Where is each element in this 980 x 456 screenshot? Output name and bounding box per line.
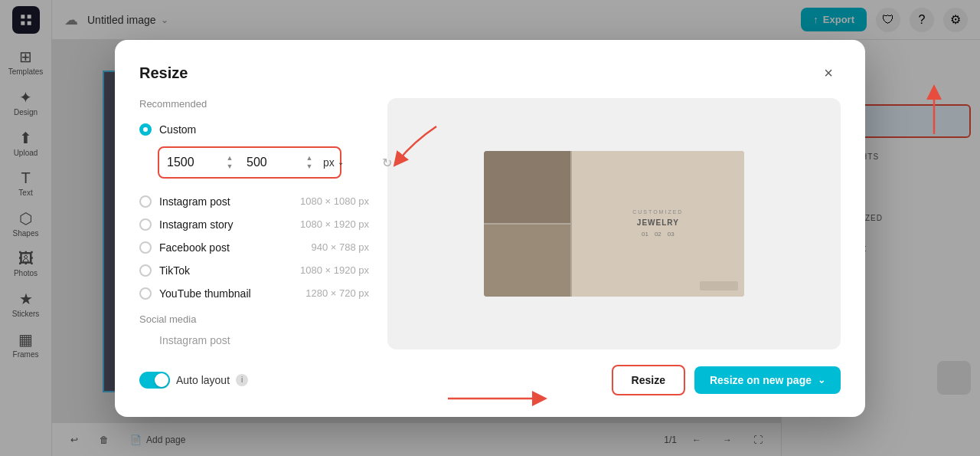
jewelry-preview: CUSTOMIZED JEWELRY 01 02 03 [484,151,744,297]
custom-size-inputs: ▲ ▼ ▲ ▼ px ⌄ [158,146,341,179]
preset-list: Instagram post 1080 × 1080 px Instagram … [139,191,369,304]
instagram-story-label: Instagram story [159,218,233,231]
preview-num-02: 02 [655,231,662,238]
instagram-story-radio[interactable] [139,218,152,231]
instagram-post-size: 1080 × 1080 px [300,195,369,207]
modal-preview-panel: CUSTOMIZED JEWELRY 01 02 03 [387,98,841,349]
resize-new-page-label: Resize on new page [710,374,812,386]
toggle-knob [155,373,168,387]
preview-bar [700,281,738,290]
tiktok-size: 1080 × 1920 px [300,264,369,276]
modal-left-panel: Recommended Custom ▲ ▼ ▲ [139,98,369,349]
toggle-switch[interactable] [139,372,170,389]
tiktok-option[interactable]: TikTok 1080 × 1920 px [139,260,369,281]
width-up-button[interactable]: ▲ [225,154,234,162]
height-down-button[interactable]: ▼ [305,162,314,170]
modal-footer: Auto layout i Resize Resize on new page … [139,365,841,395]
height-input[interactable] [240,149,302,176]
auto-layout-label: Auto layout [176,374,230,386]
instagram-post-option[interactable]: Instagram post 1080 × 1080 px [139,191,369,212]
preview-jewelry-text: JEWELRY [637,218,679,228]
chevron-down-icon: ⌄ [818,375,825,385]
width-input[interactable] [161,149,222,176]
preview-image: CUSTOMIZED JEWELRY 01 02 03 [484,151,744,297]
youtube-thumbnail-label: YouTube thumbnail [159,287,251,300]
custom-label: Custom [159,123,196,136]
modal-close-button[interactable]: × [816,61,841,86]
facebook-post-size: 940 × 788 px [311,241,369,253]
facebook-post-option[interactable]: Facebook post 940 × 788 px [139,237,369,258]
unit-value: px [323,156,335,169]
custom-radio[interactable] [139,123,152,136]
tiktok-radio[interactable] [139,264,152,277]
tiktok-label: TikTok [159,264,190,277]
width-down-button[interactable]: ▼ [225,162,234,170]
resize-button[interactable]: Resize [612,365,685,395]
unit-chevron-icon: ⌄ [338,158,344,166]
modal-header: Resize × [139,61,841,86]
instagram-post-radio[interactable] [139,195,152,208]
preview-num-03: 03 [668,231,675,238]
auto-layout-toggle[interactable]: Auto layout i [139,372,248,389]
preview-right-panel: CUSTOMIZED JEWELRY 01 02 03 [572,151,744,297]
unit-select[interactable]: px ⌄ [320,156,347,169]
instagram-story-size: 1080 × 1920 px [300,218,369,230]
width-stepper: ▲ ▼ [222,153,237,172]
refresh-icon[interactable]: ↻ [382,155,392,169]
youtube-thumbnail-radio[interactable] [139,287,152,300]
social-section-label: Social media [139,313,369,325]
social-instagram-post[interactable]: Instagram post [139,331,369,349]
social-sub-label: Instagram post [159,334,230,346]
facebook-post-label: Facebook post [159,241,230,254]
preview-numbers: 01 02 03 [642,231,675,238]
custom-option[interactable]: Custom [139,119,369,140]
info-icon[interactable]: i [236,374,248,386]
footer-buttons: Resize Resize on new page ⌄ [612,365,841,395]
preview-num-01: 01 [642,231,648,238]
preview-customized-text: CUSTOMIZED [632,209,683,215]
preview-photo-1 [484,151,570,223]
height-up-button[interactable]: ▲ [305,154,314,162]
recommended-section-label: Recommended [139,98,369,110]
facebook-post-radio[interactable] [139,241,152,254]
modal-body: Recommended Custom ▲ ▼ ▲ [139,98,841,349]
resize-new-page-button[interactable]: Resize on new page ⌄ [694,366,841,394]
instagram-post-label: Instagram post [159,195,230,208]
resize-modal: Resize × Recommended Custom ▲ ▼ [115,40,865,417]
youtube-thumbnail-option[interactable]: YouTube thumbnail 1280 × 720 px [139,283,369,304]
preview-left-column [484,151,570,297]
height-stepper: ▲ ▼ [302,153,317,172]
instagram-story-option[interactable]: Instagram story 1080 × 1920 px [139,214,369,235]
modal-title: Resize [139,64,188,82]
preview-photo-2 [484,225,570,297]
youtube-thumbnail-size: 1280 × 720 px [305,287,369,299]
